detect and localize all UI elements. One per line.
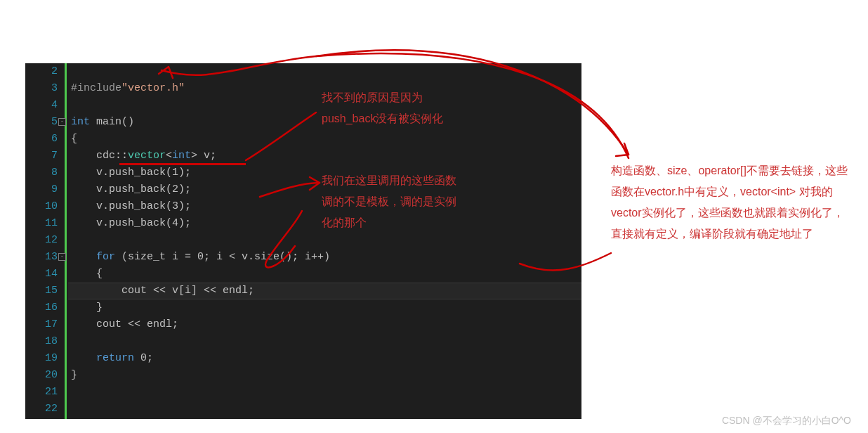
- change-bar: [65, 63, 67, 419]
- line-number: 11: [25, 215, 58, 232]
- line-number: 4: [25, 97, 58, 114]
- line-number-gutter: 2 3 4 5 6 7 8 9 10 11 12 13 14 15 16 17 …: [25, 63, 65, 419]
- fold-minus-icon[interactable]: -: [58, 253, 66, 261]
- code-line: [71, 384, 581, 401]
- line-number: 10: [25, 198, 58, 215]
- red-underline: [119, 163, 246, 165]
- string-token: "vector.h": [121, 82, 185, 94]
- code-line: cout << v[i] << endl;: [71, 283, 581, 299]
- preprocessor-token: #include: [71, 82, 121, 94]
- code-line: return 0;: [71, 350, 581, 367]
- code-line: - for (size_t i = 0; i < v.size(); i++): [71, 249, 581, 266]
- punct-token: <: [166, 150, 172, 162]
- class-token: vector: [128, 150, 166, 162]
- line-number: 5: [25, 114, 58, 131]
- annotation-call-explain: 我们在这里调用的这些函数调的不是模板，调的是实例化的那个: [322, 170, 462, 233]
- code-line: [71, 232, 581, 249]
- line-number: 19: [25, 350, 58, 367]
- fold-minus-icon[interactable]: -: [58, 118, 66, 126]
- code-line: [71, 63, 581, 80]
- line-number: 3: [25, 80, 58, 97]
- code-editor: 2 3 4 5 6 7 8 9 10 11 12 13 14 15 16 17 …: [25, 63, 581, 419]
- line-number: 22: [25, 401, 58, 418]
- code-line: [71, 401, 581, 418]
- function-token: main(): [90, 116, 134, 128]
- line-number: 18: [25, 333, 58, 350]
- line-number: 13: [25, 249, 58, 266]
- line-number: 21: [25, 384, 58, 401]
- namespace-token: cdc::: [71, 150, 128, 162]
- line-number: 6: [25, 131, 58, 148]
- code-line: }: [71, 367, 581, 384]
- keyword-token: int: [71, 116, 90, 128]
- line-number: 14: [25, 266, 58, 283]
- annotation-reason: 找不到的原因是因为push_back没有被实例化: [322, 87, 462, 129]
- line-number: 2: [25, 63, 58, 80]
- keyword-token: int: [172, 150, 191, 162]
- line-number: 8: [25, 164, 58, 181]
- watermark-text: CSDN @不会学习的小白O^O: [722, 415, 851, 427]
- line-number: 15: [25, 283, 58, 299]
- keyword-token: return: [71, 352, 134, 364]
- punct-token: > v;: [191, 150, 216, 162]
- code-text: 0;: [134, 352, 153, 364]
- line-number: 20: [25, 367, 58, 384]
- code-line: cout << endl;: [71, 316, 581, 333]
- annotation-right-explain: 构造函数、size、operator[]不需要去链接，这些函数在vector.h…: [611, 160, 850, 245]
- line-number: 16: [25, 299, 58, 316]
- code-line: {: [71, 266, 581, 283]
- line-number: 17: [25, 316, 58, 333]
- line-number: 7: [25, 148, 58, 164]
- keyword-token: for: [71, 251, 115, 263]
- code-text: (size_t i = 0; i < v.size(); i++): [115, 251, 330, 263]
- code-line: }: [71, 299, 581, 316]
- line-number: 9: [25, 181, 58, 198]
- line-number: 12: [25, 232, 58, 249]
- code-line: {: [71, 131, 581, 148]
- code-line: cdc::vector<int> v;: [71, 148, 581, 164]
- code-line: [71, 333, 581, 350]
